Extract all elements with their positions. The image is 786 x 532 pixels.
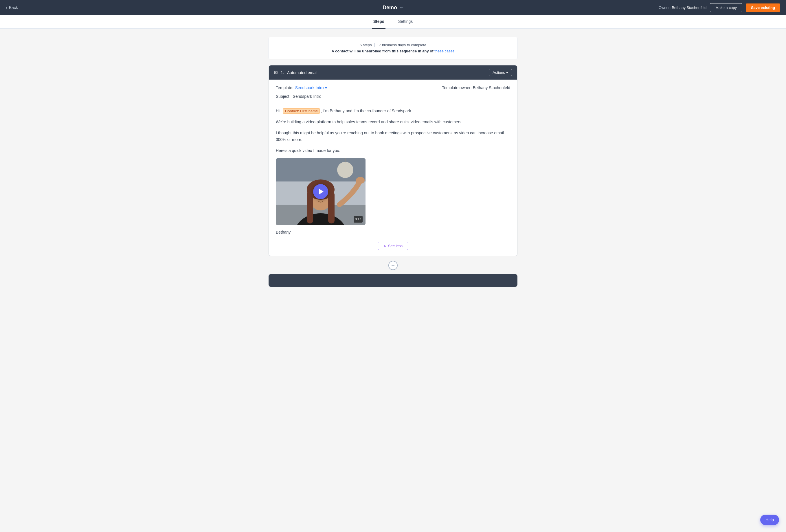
see-less-chevron-icon: ∧ (384, 244, 386, 248)
signature: Bethany (276, 229, 510, 236)
save-existing-button[interactable]: Save existing (746, 3, 780, 12)
top-navigation: ‹ Back Demo ✏ Owner: Bethany Stachenfeld… (0, 0, 786, 15)
email-body: Hi Contact: First name , I'm Bethany and… (276, 108, 510, 236)
template-label: Template: (276, 85, 294, 90)
unenroll-text: A contact will be unenrolled from this s… (275, 49, 511, 53)
video-play-overlay (276, 158, 366, 225)
tab-settings[interactable]: Settings (397, 15, 414, 29)
subject-row: Subject: Sendspark Intro (276, 94, 510, 103)
days-text: 17 business days to complete (377, 43, 426, 47)
actions-button[interactable]: Actions ▾ (489, 69, 512, 76)
main-content: 5 steps 17 business days to complete A c… (263, 29, 523, 295)
see-less-container: ∧ See less (276, 242, 510, 250)
template-owner-field: Template owner: Bethany Stachenfeld (442, 85, 510, 90)
divider (374, 43, 374, 47)
tabs-bar: Steps Settings (0, 15, 786, 29)
see-less-label: See less (388, 244, 402, 248)
owner-label: Owner: Bethany Stachenfeld (659, 5, 707, 10)
video-duration: 0:17 (354, 216, 363, 223)
help-button[interactable]: Help (760, 515, 779, 525)
step-1-card: ✉ 1. Automated email Actions ▾ Template:… (269, 65, 517, 256)
play-button[interactable] (313, 184, 328, 199)
add-step-button[interactable]: + (388, 261, 398, 270)
body-line-1: , I'm Bethany and I'm the co-founder of … (321, 109, 412, 113)
back-label: Back (9, 5, 18, 10)
back-chevron-icon: ‹ (6, 5, 7, 10)
add-step-row: + (269, 261, 517, 270)
template-row: Template: Sendspark Intro ▾ Template own… (276, 85, 510, 90)
nav-right: Owner: Bethany Stachenfeld Make a copy S… (659, 3, 780, 12)
tab-steps[interactable]: Steps (372, 15, 386, 29)
summary-bar: 5 steps 17 business days to complete A c… (269, 37, 517, 59)
body-paragraph-2: I thought this might be helpful as you'r… (276, 130, 510, 143)
next-step-preview (269, 274, 517, 287)
body-paragraph-1: We're building a video platform to help … (276, 119, 510, 125)
owner-name: Bethany Stachenfeld (672, 5, 707, 10)
make-copy-button[interactable]: Make a copy (710, 3, 742, 12)
step-number: 1. (281, 70, 284, 75)
step-type: Automated email (287, 70, 318, 75)
greeting-paragraph: Hi Contact: First name , I'm Bethany and… (276, 108, 510, 115)
email-icon: ✉ (274, 70, 278, 75)
edit-icon[interactable]: ✏ (400, 5, 403, 10)
body-paragraph-3: Here's a quick video I made for you: (276, 147, 510, 154)
actions-label: Actions (492, 70, 505, 75)
steps-count: 5 steps (360, 43, 372, 47)
subject-label: Subject: (276, 94, 291, 99)
back-button[interactable]: ‹ Back (6, 5, 18, 10)
step-header-left: ✉ 1. Automated email (274, 70, 318, 75)
template-name: Sendspark Intro (295, 85, 324, 90)
subject-value: Sendspark Intro (293, 94, 322, 99)
template-owner-label: Template owner: (442, 85, 472, 90)
unenroll-prefix: A contact will be unenrolled from this s… (331, 49, 433, 53)
template-owner-name: Bethany Stachenfeld (473, 85, 510, 90)
actions-chevron-icon: ▾ (506, 70, 508, 75)
template-value-link[interactable]: Sendspark Intro ▾ (295, 85, 327, 90)
nav-center: Demo ✏ (383, 5, 403, 11)
template-chevron-icon: ▾ (325, 85, 327, 90)
step-1-header: ✉ 1. Automated email Actions ▾ (269, 65, 517, 79)
page-title: Demo (383, 5, 397, 11)
unenroll-link[interactable]: these cases (434, 49, 454, 53)
video-thumbnail[interactable]: 0:17 (276, 158, 366, 225)
contact-token[interactable]: Contact: First name (283, 108, 320, 114)
step-1-body: Template: Sendspark Intro ▾ Template own… (269, 79, 517, 256)
see-less-button[interactable]: ∧ See less (378, 242, 408, 250)
greeting-hi: Hi (276, 109, 280, 113)
template-field: Template: Sendspark Intro ▾ (276, 85, 327, 90)
